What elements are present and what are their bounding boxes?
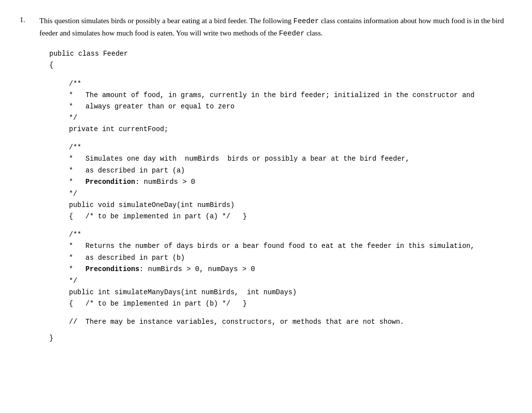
- class-declaration: public class Feeder: [49, 48, 512, 60]
- feeder-inline-2: Feeder: [279, 30, 304, 37]
- comment3-close: */: [49, 275, 512, 287]
- comment3-line2: * as described in part (b): [49, 252, 512, 264]
- feeder-inline-1: Feeder: [293, 17, 319, 25]
- question-content: This question simulates birds or possibl…: [39, 15, 512, 349]
- intro-end-text: class.: [306, 29, 323, 37]
- comment1-line2: * always greater than or equal to zero: [49, 101, 512, 112]
- comment2-open: /**: [49, 142, 512, 153]
- close-brace-outer: }: [49, 333, 512, 344]
- comment1-close: */: [49, 112, 512, 124]
- question-container: 1. This question simulates birds or poss…: [20, 15, 512, 349]
- method2-signature: public int simulateManyDays(int numBirds…: [49, 287, 512, 298]
- intro-text: This question simulates birds or possibl…: [39, 17, 292, 25]
- comment2-line3: * Precondition: numBirds > 0: [49, 176, 512, 188]
- method2-body: { /* to be implemented in part (b) */ }: [49, 298, 512, 310]
- method1-signature: public void simulateOneDay(int numBirds): [49, 200, 512, 211]
- method1-body: { /* to be implemented in part (a) */ }: [49, 211, 512, 222]
- field-declaration: private int currentFood;: [49, 124, 512, 135]
- comment2-close: */: [49, 188, 512, 200]
- question-number: 1.: [20, 15, 39, 349]
- comment2-line1: * Simulates one day with numBirds birds …: [49, 153, 512, 165]
- comment1-line1: * The amount of food, in grams, currentl…: [49, 90, 512, 101]
- comment-instance-vars: // There may be instance variables, cons…: [49, 316, 512, 328]
- comment2-line2: * as described in part (a): [49, 165, 512, 176]
- question-text: This question simulates birds or possibl…: [39, 15, 512, 39]
- comment1-open: /**: [49, 78, 512, 90]
- code-block: public class Feeder { /** * The amount o…: [49, 48, 512, 344]
- comment3-open: /**: [49, 229, 512, 241]
- open-brace-outer: {: [49, 60, 512, 71]
- comment3-line3: * Preconditions: numBirds > 0, numDays >…: [49, 264, 512, 275]
- comment3-line1: * Returns the number of days birds or a …: [49, 241, 512, 252]
